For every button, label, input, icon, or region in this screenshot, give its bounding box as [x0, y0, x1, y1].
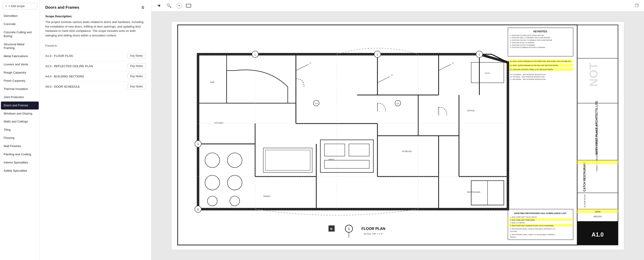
- found-item-name: A2.0 - REFLECTED CEILING PLAN: [45, 64, 93, 68]
- found-items-list: A1.0 - FLOOR PLANKey NotesA2.0 - REFLECT…: [45, 50, 146, 92]
- sidebar-item-structural-metal[interactable]: Structural Metal Framing: [1, 40, 39, 52]
- sidebar-item-joint-protection[interactable]: Joint Protection: [1, 93, 39, 101]
- sidebar-item-windows-glazing[interactable]: Windows and Glazing: [1, 110, 39, 118]
- found-item: A1.0 - FLOOR PLANKey Notes: [45, 50, 146, 61]
- svg-text:DINING: DINING: [263, 195, 270, 198]
- svg-text:10. INFILL DOOR OPENING IN THI: 10. INFILL DOOR OPENING IN THIS PARTITIO…: [510, 60, 571, 62]
- svg-text:KEYNOTES:: KEYNOTES:: [533, 30, 548, 32]
- svg-text:KITCHEN: KITCHEN: [214, 122, 223, 124]
- svg-rect-16: [577, 160, 618, 164]
- sidebar-item-doors-frames[interactable]: Doors and Frames: [1, 102, 39, 110]
- found-item-name: A4.0 - BUILDING SECTIONS: [45, 75, 84, 78]
- pan-tool-icon[interactable]: ☚: [156, 2, 162, 9]
- plus-icon: +: [5, 4, 7, 8]
- key-notes-button[interactable]: Key Notes: [127, 53, 146, 58]
- sidebar-item-tiling[interactable]: Tiling: [1, 126, 39, 134]
- svg-text:RADIUS: RADIUS: [510, 236, 516, 238]
- svg-text:EXISTING RESTROOMS ADA COMPLIA: EXISTING RESTROOMS ADA COMPLIANCE LIST:: [514, 212, 566, 214]
- svg-text:5. RESTROOMS SHALL HAVE ACCESS: 5. RESTROOMS SHALL HAVE ACCESSIBLE APPRO…: [510, 228, 556, 230]
- detail-header: Doors and Frames 🗑: [45, 4, 146, 10]
- svg-text:ENTRY: ENTRY: [484, 72, 490, 74]
- sidebar-item-safety-specialties[interactable]: Safety Specialties: [1, 167, 39, 175]
- sidebar-item-walls-ceilings[interactable]: Walls and Ceilings: [1, 118, 39, 126]
- svg-text:22: 22: [452, 62, 454, 64]
- add-scope-button[interactable]: + + Add scope: [2, 3, 37, 9]
- drawing-toolbar: ☚ 🔍 + ❐: [152, 0, 644, 12]
- svg-text:STORAGE: STORAGE: [402, 150, 412, 152]
- svg-text:12. INFILL DOOR OPENING IN THE: 12. INFILL DOOR OPENING IN THE AHU UNIT …: [510, 65, 558, 66]
- add-scope-label: + Add scope: [8, 4, 25, 8]
- sidebar-item-finish-carpentry[interactable]: Finish Carpentry: [1, 77, 39, 85]
- drawing-area: SIXTY FIRST PLACE ARCHITECTS, LTD. 7104 …: [152, 12, 644, 260]
- svg-text:2. ADA COMPLIANT GRAB BARS: 2. ADA COMPLIANT GRAB BARS: [510, 219, 535, 221]
- svg-text:3. ADA LCV HEIGHT: 3. ADA LCV HEIGHT: [510, 222, 525, 224]
- svg-text:FIXTURE.: FIXTURE.: [510, 231, 518, 232]
- svg-text:N: N: [330, 228, 332, 231]
- svg-text:7104 E. CAMELBACK RD #215, SCO: 7104 E. CAMELBACK RD #215, SCOTTSDALE, A…: [596, 124, 598, 172]
- detail-title: Doors and Frames: [45, 5, 79, 10]
- svg-text:6. RESTROOMS SHALL HAVE 5'-0" : 6. RESTROOMS SHALL HAVE 5'-0" ACCESSIBLE…: [510, 234, 555, 236]
- svg-text:OFFICE: OFFICE: [467, 110, 474, 112]
- svg-text:16. CEILINGS - SEE INTERIOR DE: 16. CEILINGS - SEE INTERIOR DESIGN PLAN: [510, 76, 544, 78]
- key-notes-button[interactable]: Key Notes: [127, 63, 146, 69]
- svg-text:PREP: PREP: [328, 158, 334, 160]
- drawing-panel: ☚ 🔍 + ❐: [152, 0, 644, 260]
- sidebar-item-concrete-cutting[interactable]: Concrete Cutting and Boring: [1, 28, 39, 40]
- sidebar-item-concrete[interactable]: Concrete: [1, 20, 39, 28]
- svg-text:A1.0: A1.0: [592, 231, 604, 238]
- key-notes-button[interactable]: Key Notes: [127, 74, 146, 79]
- sidebar: + + Add scope DemolitionConcreteConcrete…: [0, 0, 40, 260]
- scope-description-label: Scope Description:: [45, 14, 146, 18]
- fullscreen-icon[interactable]: ❐: [634, 2, 640, 9]
- sidebar-item-demolition[interactable]: Demolition: [1, 12, 39, 20]
- svg-text:23026: 23026: [594, 210, 600, 213]
- svg-text:2: 2: [377, 53, 378, 56]
- sidebar-item-wall-finishes[interactable]: Wall Finishes: [1, 142, 39, 150]
- found-in-label: Found in:: [45, 44, 146, 47]
- svg-text:5. EXISTING FLOOR TO REMAIN: 5. EXISTING FLOOR TO REMAIN: [510, 44, 535, 46]
- blueprint-svg: SIXTY FIRST PLACE ARCHITECTS, LTD. 7104 …: [172, 22, 624, 250]
- svg-text:12: 12: [309, 62, 311, 64]
- detail-panel: Doors and Frames 🗑 Scope Description: Th…: [40, 0, 152, 260]
- svg-text:A4: A4: [396, 102, 399, 105]
- sidebar-item-flooring[interactable]: Flooring: [1, 134, 39, 142]
- found-item: A2.0 - REFLECTED CEILING PLANKey Notes: [45, 61, 146, 71]
- found-item-name: A1.0 - FLOOR PLAN: [45, 54, 73, 58]
- sidebar-item-louvers[interactable]: Louvers and Vents: [1, 60, 39, 68]
- svg-text:10: 10: [391, 74, 392, 76]
- delete-icon[interactable]: 🗑: [140, 4, 146, 10]
- svg-text:15. FLOORING - SEE INTERIOR DE: 15. FLOORING - SEE INTERIOR DESIGN PLAN: [510, 74, 546, 75]
- found-item: A4.0 - BUILDING SECTIONSKey Notes: [45, 71, 146, 82]
- svg-text:2. EXISTING WALL TO REMAIN: PA: 2. EXISTING WALL TO REMAIN: PATCH AND RE…: [510, 37, 550, 39]
- key-notes-button[interactable]: Key Notes: [127, 84, 146, 89]
- found-item-name: A6.0 - DOOR SCHEDULE: [45, 85, 80, 88]
- sidebar-item-rough-carpentry[interactable]: Rough Carpentry: [1, 69, 39, 77]
- svg-text:CATCH RESTAURANT: CATCH RESTAURANT: [583, 162, 586, 192]
- toolbar-left: ☚ 🔍 +: [156, 2, 191, 9]
- sidebar-item-metal-fab[interactable]: Metal Fabrications: [1, 52, 39, 60]
- rectangle-select-icon[interactable]: [186, 4, 191, 8]
- svg-text:RESTROOMS: RESTROOMS: [467, 191, 480, 193]
- svg-text:17. MILLWORK - SEE INTERIOR DE: 17. MILLWORK - SEE INTERIOR DESIGN PLAN: [510, 78, 546, 80]
- svg-text:SCALE: 1/8" = 1'-0": SCALE: 1/8" = 1'-0": [364, 232, 383, 235]
- sidebar-item-thermal-insulation[interactable]: Thermal Insulation: [1, 85, 39, 93]
- sidebar-item-painting-coating[interactable]: Painting and Coating: [1, 150, 39, 158]
- found-item: A6.0 - DOOR SCHEDULEKey Notes: [45, 82, 146, 92]
- svg-text:1. ADA COMPLIANT TOILET ABOVE: 1. ADA COMPLIANT TOILET ABOVE: [510, 216, 537, 218]
- svg-text:BAR: BAR: [210, 81, 214, 83]
- scope-description-text: The project involves various tasks relat…: [45, 20, 146, 38]
- svg-text:FLOOR PLAN: FLOOR PLAN: [362, 226, 385, 231]
- svg-text:22. LIGHTING CONTROL PANEL (LC: 22. LIGHTING CONTROL PANEL (LCP) SEE ELE…: [510, 69, 553, 70]
- sidebar-items-list: DemolitionConcreteConcrete Cutting and B…: [0, 12, 40, 175]
- svg-text:4. ADA COMPLIANT SIGNAGE DOOR : 4. ADA COMPLIANT SIGNAGE DOOR LATCH HARD…: [510, 225, 554, 226]
- svg-text:FLOOR PLAN: FLOOR PLAN: [584, 194, 586, 208]
- svg-text:A4: A4: [315, 102, 318, 105]
- svg-text:1. EXISTING COLORS [SITE SPRAY: 1. EXISTING COLORS [SITE SPRAY APPLIED: [510, 34, 544, 36]
- svg-text:3. EXISTING CEILING TO REMAIN:: 3. EXISTING CEILING TO REMAIN: PATCH AND…: [510, 40, 552, 41]
- blueprint-container: SIXTY FIRST PLACE ARCHITECTS, LTD. 7104 …: [171, 22, 624, 250]
- zoom-in-icon[interactable]: +: [176, 3, 182, 8]
- search-icon[interactable]: 🔍: [166, 2, 172, 9]
- svg-text:NOT: NOT: [587, 62, 600, 86]
- sidebar-item-interior-specialties[interactable]: Interior Specialties: [1, 159, 39, 167]
- svg-text:3: 3: [479, 53, 480, 56]
